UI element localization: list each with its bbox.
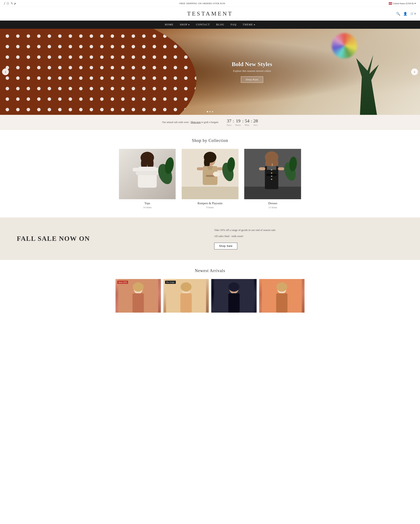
pinterest-icon[interactable]: 𝒑 [15, 2, 16, 5]
nav-theme-label: THEME [243, 23, 253, 26]
search-icon[interactable]: 🔍 [396, 12, 400, 16]
countdown-days-label: Days [227, 124, 232, 126]
svg-rect-38 [266, 174, 277, 176]
countdown-bar: Our annual sale ends soon - Shop now to … [0, 115, 420, 130]
hero-section: ‹ Bold New Styles Explore this seasons n… [0, 29, 420, 115]
arrival-image-4 [259, 279, 305, 313]
arrival-item-4[interactable] [259, 279, 305, 313]
region-dropdown-arrow: ▾ [415, 2, 416, 5]
svg-point-22 [213, 172, 220, 176]
hero-dots [207, 111, 213, 112]
arrival-image-3 [211, 279, 257, 313]
shipping-notice: FREE SHIPPING ON ORDERS OVER $199 [179, 2, 225, 5]
arrival-item-2[interactable]: Pre Order [163, 279, 209, 313]
countdown-secs-label: Secs [253, 124, 258, 126]
countdown-hours-value: 19 [235, 118, 241, 124]
shop-dropdown-arrow: ▾ [188, 24, 190, 26]
hero-dot-3[interactable] [212, 111, 213, 112]
fall-sale-button[interactable]: Shop Sale [214, 243, 237, 249]
hero-subtitle: Explore this seasons newest colors [232, 69, 272, 73]
countdown-days: 37 Days [227, 118, 232, 126]
svg-point-50 [181, 282, 192, 292]
account-icon[interactable]: 👤 [403, 12, 407, 16]
countdown-days-value: 37 [227, 118, 232, 124]
arrival-item-1[interactable]: Save 22% [115, 279, 161, 313]
region-label: United States (USD $) [393, 2, 414, 5]
nav-theme[interactable]: THEME ▾ [243, 23, 255, 26]
svg-rect-49 [180, 293, 192, 313]
hero-dot-2[interactable] [209, 111, 211, 112]
collection-tops[interactable]: Tops 14 items [118, 149, 177, 209]
nav-faq[interactable]: FAQ [231, 23, 236, 26]
countdown-mins-value: 54 [245, 118, 250, 124]
collection-dresses-count: 13 items [243, 206, 302, 209]
preorder-badge: Pre Order [165, 281, 176, 284]
countdown-sep-2: : [241, 118, 245, 124]
countdown-hours-label: Hours [235, 124, 241, 126]
arrivals-grid: Save 22% Pre Order [115, 279, 305, 313]
site-logo[interactable]: TESTAMENT [187, 10, 233, 17]
twitter-icon[interactable]: 𝕏 [11, 2, 13, 5]
svg-point-34 [271, 169, 272, 170]
nav-home[interactable]: HOME [165, 23, 174, 26]
hero-next-button[interactable]: › [411, 69, 418, 75]
collection-tops-image [118, 149, 177, 199]
svg-point-58 [276, 282, 287, 292]
fall-sale-banner: FALL SALE NOW ON Take 50% off a range of… [0, 218, 420, 260]
region-selector[interactable]: United States (USD $) ▾ [389, 2, 416, 5]
svg-point-46 [133, 282, 144, 292]
arrival-1-svg [115, 279, 161, 313]
arrival-3-svg [211, 279, 257, 313]
header-icons: 🔍 👤 🛒 0 [396, 12, 416, 16]
nav-blog[interactable]: BLOG [216, 23, 225, 26]
arrival-image-2: Pre Order [163, 279, 209, 313]
collection-tops-svg [118, 149, 177, 199]
svg-point-37 [271, 179, 272, 180]
cart-icon[interactable]: 🛒 0 [410, 12, 416, 15]
hero-cta-button[interactable]: Shop Rust [241, 76, 263, 83]
facebook-icon[interactable]: 𝑓 [4, 2, 5, 5]
collection-dresses-svg [243, 149, 302, 199]
svg-rect-19 [206, 175, 214, 177]
svg-rect-5 [138, 167, 157, 188]
hero-dot-1[interactable] [207, 111, 208, 112]
fall-sale-right: Take 50% off a range of goods in our end… [214, 228, 403, 249]
flag-icon [389, 2, 392, 5]
top-bar: 𝑓 ◻ 𝕏 𝒑 FREE SHIPPING ON ORDERS OVER $19… [0, 0, 420, 7]
svg-point-35 [271, 172, 272, 174]
countdown-sep-1: : [231, 118, 235, 124]
svg-rect-53 [228, 293, 240, 313]
hero-prev-button[interactable]: ‹ [2, 69, 9, 75]
countdown-hours: 19 Hours [235, 118, 241, 126]
collection-dresses[interactable]: Dresses 13 items [243, 149, 302, 209]
site-header: TESTAMENT 🔍 👤 🛒 0 [0, 7, 420, 21]
fall-sale-title: FALL SALE NOW ON [17, 235, 206, 243]
hero-content: Bold New Styles Explore this seasons new… [232, 61, 272, 83]
countdown-message: Our annual sale ends soon - Shop now to … [162, 121, 219, 124]
collection-dresses-image [243, 149, 302, 199]
collection-rompers[interactable]: Rompers & Playsuits 9 items [180, 149, 240, 209]
countdown-prefix: Our annual sale ends soon - [162, 121, 191, 124]
svg-rect-57 [276, 293, 288, 313]
fall-sale-desc-2: All sales final - ends soon! [214, 234, 403, 238]
collection-rompers-count: 9 items [180, 206, 240, 209]
arrival-2-svg [163, 279, 209, 313]
collections-section: Shop by Collection [0, 130, 420, 218]
countdown-mins-label: Mins [245, 124, 250, 126]
collection-tops-count: 14 items [118, 206, 177, 209]
arrival-item-3[interactable] [211, 279, 257, 313]
nav-contact[interactable]: CONTACT [196, 23, 210, 26]
theme-dropdown-arrow: ▾ [254, 24, 255, 26]
nav-shop[interactable]: SHOP ▾ [180, 23, 190, 26]
collection-rompers-svg [180, 149, 240, 199]
svg-rect-13 [182, 187, 238, 199]
countdown-link[interactable]: Shop now [191, 121, 201, 124]
newest-arrivals-section: Newest Arrivals Save 22% Pre Order [0, 260, 420, 321]
svg-point-54 [228, 282, 239, 292]
collection-rompers-image [180, 149, 240, 199]
arrival-4-svg [259, 279, 305, 313]
cart-count: 0 [415, 12, 416, 15]
hero-title: Bold New Styles [232, 61, 272, 68]
social-icons: 𝑓 ◻ 𝕏 𝒑 [4, 2, 16, 5]
instagram-icon[interactable]: ◻ [7, 2, 9, 5]
